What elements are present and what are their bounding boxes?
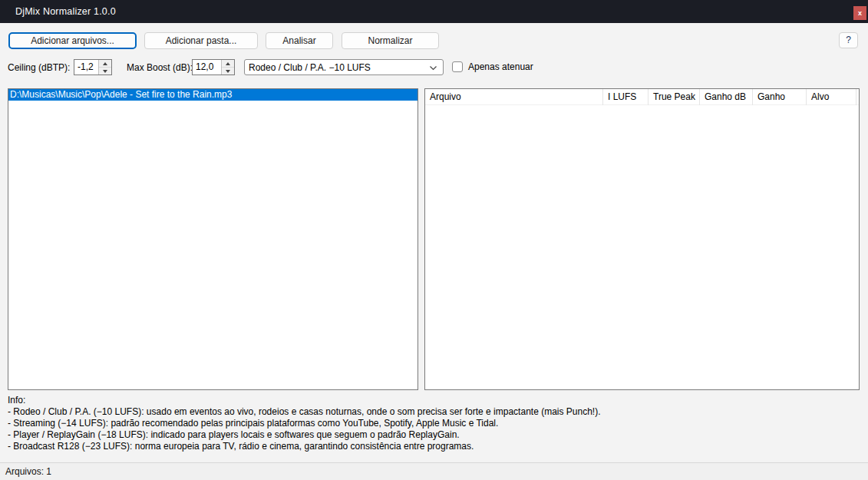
window-title: DjMix Normalizer 1.0.0 [15,6,116,17]
analyze-button[interactable]: Analisar [266,32,333,49]
ceiling-spin-up-icon[interactable] [99,60,111,68]
add-folder-button[interactable]: Adicionar pasta... [144,32,258,49]
column-header-arquivo[interactable]: Arquivo [425,89,603,105]
status-bar: Arquivos: 1 [0,462,868,480]
normalize-button[interactable]: Normalizar [342,32,439,49]
info-line-broadcast: - Broadcast R128 (−23 LUFS): norma europ… [8,441,860,452]
info-line-streaming: - Streaming (−14 LUFS): padrão recomenda… [8,418,860,429]
info-line-rodeo: - Rodeo / Club / P.A. (−10 LUFS): usado … [8,406,860,418]
file-listbox[interactable]: D:\Musicas\Music\Pop\Adele - Set fire to… [8,88,418,390]
chevron-down-icon [429,64,437,74]
preset-dropdown[interactable]: Rodeo / Club / P.A. −10 LUFS [244,59,444,75]
ceiling-label: Ceiling (dBTP): [8,62,70,74]
column-header-ganho-db[interactable]: Ganho dB [700,89,753,105]
max-boost-label: Max Boost (dB): [127,62,193,74]
list-item[interactable]: D:\Musicas\Music\Pop\Adele - Set fire to… [8,89,417,101]
column-header-true-peak[interactable]: True Peak [649,89,700,105]
close-button[interactable]: x [853,6,866,20]
attenuate-only-checkbox[interactable] [452,61,463,72]
files-count: Arquivos: 1 [5,466,51,477]
column-header-alvo[interactable]: Alvo [807,89,856,105]
max-boost-spin-down-icon[interactable] [222,68,234,74]
info-block: Info: - Rodeo / Club / P.A. (−10 LUFS): … [8,395,860,452]
attenuate-only-control[interactable]: Apenas atenuar [452,61,533,72]
app-window: { "window": { "title": "DjMix Normalizer… [0,0,868,480]
ceiling-spinner[interactable]: -1,2 [74,59,112,75]
title-bar: DjMix Normalizer 1.0.0 [0,0,868,23]
results-header-row: Arquivo I LUFS True Peak Ganho dB Ganho … [425,89,859,105]
results-listview[interactable]: Arquivo I LUFS True Peak Ganho dB Ganho … [424,88,860,390]
ceiling-value[interactable]: -1,2 [74,60,98,74]
max-boost-spinner[interactable]: 12,0 [192,59,235,75]
info-heading: Info: [8,395,860,406]
max-boost-value[interactable]: 12,0 [193,60,221,74]
ceiling-spin-down-icon[interactable] [99,68,111,74]
add-files-button[interactable]: Adicionar arquivos... [8,32,137,49]
preset-selected-value: Rodeo / Club / P.A. −10 LUFS [249,62,371,73]
column-header-i-lufs[interactable]: I LUFS [603,89,649,105]
max-boost-spin-up-icon[interactable] [222,60,234,68]
column-header-ganho[interactable]: Ganho [753,89,807,105]
attenuate-only-label: Apenas atenuar [468,61,533,72]
info-line-player: - Player / ReplayGain (−18 LUFS): indica… [8,429,860,441]
help-button[interactable]: ? [839,32,858,48]
